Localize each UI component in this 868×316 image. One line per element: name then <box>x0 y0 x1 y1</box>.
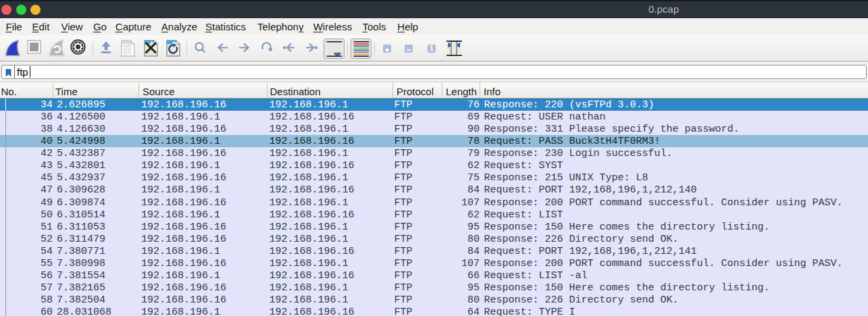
svg-text:0111: 0111 <box>124 51 131 55</box>
svg-text:0111: 0111 <box>147 52 154 55</box>
